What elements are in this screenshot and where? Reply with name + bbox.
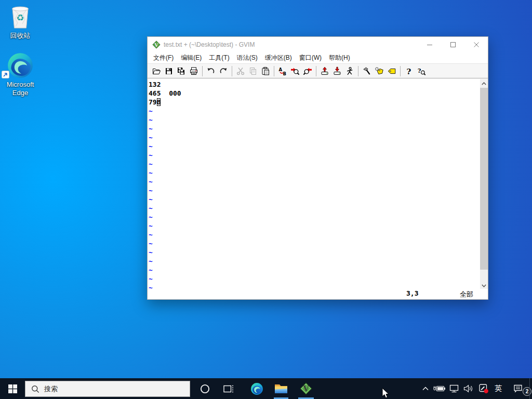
maximize-button[interactable] <box>441 37 464 52</box>
load-session-icon <box>320 66 329 76</box>
gvim-text-area[interactable]: 132 465 000 798 ~~~~~~~~~~~~~~~~~~~~~ <box>148 79 481 290</box>
toolbar-print-button[interactable] <box>188 65 200 77</box>
scrollbar-thumb[interactable] <box>480 88 488 270</box>
window-title: test.txt + (~\Desktop\test) - GVIM <box>164 41 255 48</box>
toolbar-help-button[interactable]: ? <box>403 65 415 77</box>
toolbar-separator <box>400 66 401 76</box>
toolbar-build-tags-button[interactable] <box>373 65 385 77</box>
toolbar-cut-button <box>234 65 247 77</box>
toolbar-separator <box>316 66 316 76</box>
gvim-toolbar: AB ? ? <box>148 64 488 78</box>
network-icon <box>449 384 459 393</box>
toolbar-undo-button[interactable] <box>205 65 217 77</box>
tilde-line: ~ <box>149 151 481 159</box>
find-replace-icon: AB <box>278 66 287 76</box>
toolbar-make-button[interactable] <box>361 65 373 77</box>
buffer-tildes: ~~~~~~~~~~~~~~~~~~~~~ <box>149 107 481 290</box>
chevron-up-icon <box>482 82 486 85</box>
gvim-titlebar[interactable]: V test.txt + (~\Desktop\test) - GVIM <box>148 37 488 52</box>
toolbar-jump-tag-button[interactable] <box>385 65 398 77</box>
edge-logo-icon <box>0 52 41 79</box>
battery-icon <box>433 384 446 393</box>
toolbar-save-all-button[interactable] <box>175 65 188 77</box>
cortana-button[interactable] <box>195 378 214 399</box>
tilde-line: ~ <box>149 239 481 248</box>
network-status-icon[interactable] <box>447 378 461 399</box>
taskbar-gvim-button[interactable]: V <box>295 378 317 399</box>
action-center-button[interactable]: 2 <box>508 378 528 399</box>
print-icon <box>189 66 198 76</box>
ime-language-button[interactable]: 英 <box>491 378 505 399</box>
toolbar-run-script-button[interactable] <box>343 65 356 77</box>
show-desktop-button[interactable] <box>529 378 532 399</box>
tilde-line: ~ <box>149 107 481 115</box>
tilde-line: ~ <box>149 159 481 168</box>
recycle-bin-label: 回收站 <box>0 32 41 40</box>
toolbar-find-replace-button[interactable]: AB <box>276 65 289 77</box>
vim-cursor: 8 <box>157 98 161 106</box>
taskbar-edge-button[interactable] <box>246 378 267 399</box>
toolbar-separator <box>274 66 274 76</box>
tilde-line: ~ <box>149 257 481 265</box>
taskbar-search-input[interactable]: 搜索 <box>25 381 190 397</box>
menu-edit[interactable]: 编辑(E) <box>177 52 205 63</box>
ime-tool-button[interactable] <box>476 378 491 399</box>
chevron-down-icon <box>482 284 486 287</box>
volume-button[interactable] <box>461 378 476 399</box>
menu-buffers[interactable]: 缓冲区(B) <box>261 52 296 63</box>
close-icon <box>474 42 479 47</box>
desktop-icon-microsoft-edge[interactable]: Microsoft Edge <box>0 52 41 97</box>
menu-syntax[interactable]: 语法(S) <box>233 52 261 63</box>
battery-status-icon[interactable] <box>432 378 447 399</box>
desktop-icon-recycle-bin[interactable]: ♻ 回收站 <box>0 3 41 40</box>
tilde-line: ~ <box>149 212 481 221</box>
task-view-button[interactable] <box>219 378 238 399</box>
run-script-icon <box>345 66 354 76</box>
toolbar-save-button[interactable] <box>163 65 175 77</box>
jump-tag-icon <box>387 66 396 76</box>
start-button[interactable] <box>0 378 25 399</box>
buffer-line: 132 <box>149 80 481 89</box>
toolbar-separator <box>202 66 203 76</box>
close-button[interactable] <box>464 37 488 52</box>
toolbar-find-help-button[interactable]: ? <box>415 65 428 77</box>
recycle-bin-icon: ♻ <box>0 3 41 30</box>
toolbar-save-session-button[interactable] <box>331 65 343 77</box>
vim-icon: V <box>300 382 312 395</box>
ime-pen-icon <box>479 384 489 394</box>
svg-text:A: A <box>279 66 283 72</box>
find-prev-icon <box>303 66 312 76</box>
svg-text:V: V <box>154 42 158 48</box>
toolbar-find-next-button[interactable] <box>289 65 301 77</box>
svg-text:V: V <box>302 384 309 393</box>
toolbar-paste-button[interactable] <box>259 65 272 77</box>
action-center-icon <box>513 383 523 394</box>
vertical-scrollbar[interactable] <box>480 79 488 290</box>
edge-icon <box>250 382 263 395</box>
minimize-button[interactable] <box>418 37 441 52</box>
toolbar-load-session-button[interactable] <box>318 65 331 77</box>
toolbar-separator <box>232 66 232 76</box>
menu-help[interactable]: 帮助(H) <box>325 52 354 63</box>
tilde-line: ~ <box>149 274 481 283</box>
taskbar-file-explorer-button[interactable] <box>270 378 292 399</box>
toolbar-find-prev-button[interactable] <box>301 65 314 77</box>
svg-text:♻: ♻ <box>16 12 24 23</box>
menu-tools[interactable]: 工具(T) <box>205 52 233 63</box>
edge-label: Microsoft Edge <box>0 81 41 97</box>
search-placeholder: 搜索 <box>44 384 58 394</box>
search-icon <box>31 385 39 393</box>
shortcut-arrow-icon <box>2 71 9 78</box>
ime-language-label: 英 <box>491 384 505 393</box>
scroll-up-button[interactable] <box>480 79 488 88</box>
menu-window[interactable]: 窗口(W) <box>296 52 325 63</box>
toolbar-open-button[interactable] <box>150 65 163 77</box>
tray-expand-button[interactable] <box>419 378 432 399</box>
tilde-line: ~ <box>149 195 481 204</box>
scroll-position-indicator: 全部 <box>460 290 473 299</box>
toolbar-redo-button[interactable] <box>217 65 230 77</box>
tilde-line: ~ <box>149 221 481 230</box>
minimize-icon <box>427 42 432 47</box>
tilde-line: ~ <box>149 186 481 195</box>
menu-file[interactable]: 文件(F) <box>150 52 177 63</box>
